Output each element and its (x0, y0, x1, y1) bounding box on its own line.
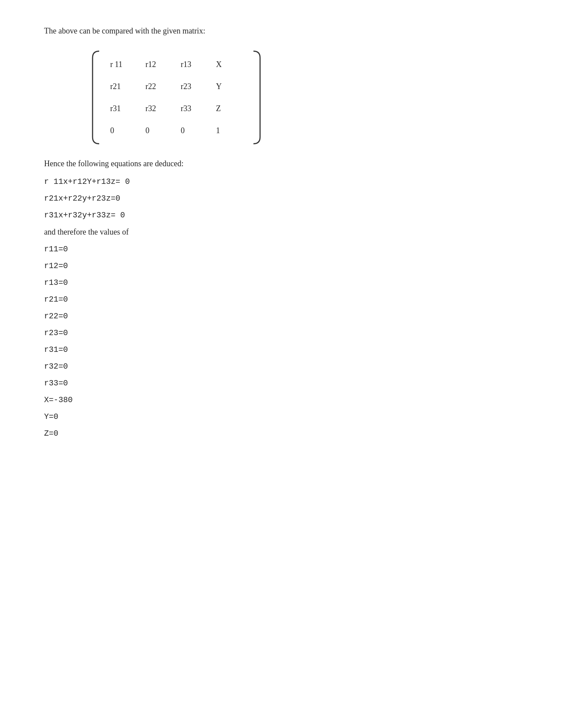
value-r12: r12=0 (44, 261, 518, 270)
value-r13: r13=0 (44, 278, 518, 287)
cell-2-2: r33 (181, 102, 216, 116)
cell-1-1: r22 (145, 80, 181, 93)
cell-1-0: r21 (110, 80, 145, 93)
value-r32: r32=0 (44, 362, 518, 371)
value-r11: r11=0 (44, 245, 518, 254)
matrix-body: r 11 r12 r13 X r21 r22 r23 Y r31 r32 r33… (101, 49, 251, 146)
value-r33: r33=0 (44, 379, 518, 388)
matrix-container: r 11 r12 r13 X r21 r22 r23 Y r31 r32 r33… (88, 49, 518, 146)
cell-2-3: Z (216, 102, 242, 116)
equation-2: r21x+r22y+r23z=0 (44, 194, 518, 203)
value-r31: r31=0 (44, 345, 518, 354)
cell-3-1: 0 (145, 124, 181, 138)
cell-1-2: r23 (181, 80, 216, 93)
value-r23: r23=0 (44, 329, 518, 337)
equation-3: r31x+r32y+r33z= 0 (44, 211, 518, 220)
section-heading: Hence the following equations are deduce… (44, 159, 518, 168)
cell-0-3: X (216, 58, 242, 71)
cell-3-2: 0 (181, 124, 216, 138)
equation-1: r 11x+r12Y+r13z= 0 (44, 177, 518, 186)
value-r21: r21=0 (44, 295, 518, 304)
right-bracket (251, 49, 264, 146)
cell-2-1: r32 (145, 102, 181, 116)
cell-3-0: 0 (110, 124, 145, 138)
left-bracket (88, 49, 101, 146)
and-therefore-text: and therefore the values of (44, 228, 518, 237)
cell-3-3: 1 (216, 124, 242, 138)
value-X: X=-380 (44, 396, 518, 404)
intro-text: The above can be compared with the given… (44, 26, 518, 36)
cell-2-0: r31 (110, 102, 145, 116)
value-r22: r22=0 (44, 312, 518, 321)
value-Y: Y=0 (44, 412, 518, 421)
cell-1-3: Y (216, 80, 242, 93)
cell-0-1: r12 (145, 58, 181, 71)
value-Z: Z=0 (44, 429, 518, 438)
cell-0-0: r 11 (110, 58, 145, 71)
cell-0-2: r13 (181, 58, 216, 71)
